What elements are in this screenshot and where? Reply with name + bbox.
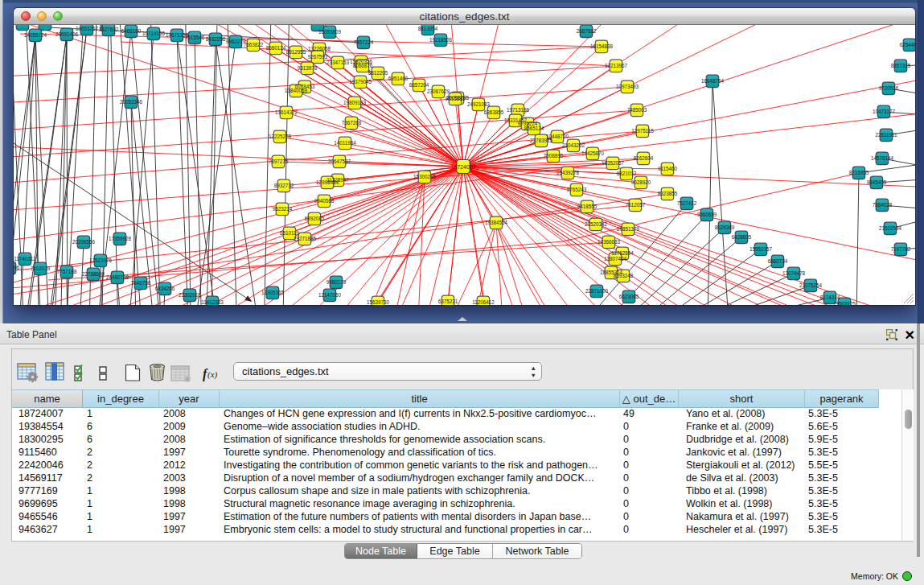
svg-text:19218506: 19218506 — [429, 37, 453, 43]
svg-text:13840059: 13840059 — [285, 88, 308, 93]
svg-text:19713186: 19713186 — [507, 107, 530, 113]
svg-text:10473177: 10473177 — [873, 109, 896, 114]
svg-text:7008895: 7008895 — [544, 153, 564, 159]
svg-text:23087629: 23087629 — [427, 89, 450, 94]
svg-text:14011984: 14011984 — [334, 140, 356, 146]
svg-text:12998484: 12998484 — [316, 179, 339, 185]
svg-text:9815881: 9815881 — [446, 96, 466, 101]
svg-text:8432256: 8432256 — [206, 36, 226, 42]
svg-text:23302016: 23302016 — [179, 292, 202, 298]
svg-text:21043202: 21043202 — [562, 142, 585, 148]
svg-text:18352057: 18352057 — [602, 160, 625, 166]
svg-text:14576144: 14576144 — [871, 155, 894, 161]
svg-text:22788699: 22788699 — [82, 271, 105, 277]
svg-text:6860734: 6860734 — [768, 258, 788, 264]
svg-text:9523214: 9523214 — [273, 206, 293, 212]
svg-text:15300295: 15300295 — [413, 174, 437, 179]
svg-text:16648764: 16648764 — [701, 78, 725, 84]
svg-text:8162604: 8162604 — [634, 155, 654, 161]
svg-text:8393248: 8393248 — [614, 273, 634, 278]
svg-text:12305365: 12305365 — [261, 290, 285, 295]
svg-text:9267593: 9267593 — [308, 54, 328, 60]
svg-text:21522594: 21522594 — [879, 225, 902, 231]
svg-text:8813054: 8813054 — [418, 26, 438, 31]
svg-text:15639730: 15639730 — [367, 299, 390, 305]
svg-text:6375231: 6375231 — [438, 299, 458, 304]
svg-text:24921083: 24921083 — [467, 101, 491, 107]
svg-text:(x): (x) — [207, 369, 218, 380]
svg-text:20851379: 20851379 — [617, 226, 640, 232]
svg-text:7527412: 7527412 — [677, 200, 697, 206]
svg-text:7612057: 7612057 — [626, 202, 646, 208]
svg-text:8066876: 8066876 — [353, 63, 373, 68]
svg-text:7645756: 7645756 — [131, 280, 151, 286]
svg-text:7857224: 7857224 — [354, 39, 374, 45]
svg-text:19384554: 19384554 — [485, 220, 508, 225]
svg-text:7884028: 7884028 — [873, 202, 893, 208]
svg-text:13503125: 13503125 — [833, 301, 856, 305]
svg-text:7663822: 7663822 — [244, 42, 264, 47]
svg-text:6466160: 6466160 — [121, 28, 142, 34]
svg-text:23347153: 23347153 — [326, 60, 350, 65]
svg-text:18724007: 18724007 — [450, 164, 475, 170]
svg-text:8932732: 8932732 — [274, 183, 294, 188]
svg-text:10973493: 10973493 — [616, 84, 639, 89]
svg-text:13226058: 13226058 — [308, 46, 331, 51]
svg-text:11206412: 11206412 — [472, 299, 495, 305]
svg-text:6951460: 6951460 — [388, 76, 409, 81]
svg-text:9845405: 9845405 — [867, 179, 887, 185]
svg-text:11740312: 11740312 — [14, 256, 36, 262]
svg-text:8912955: 8912955 — [286, 49, 306, 55]
svg-text:9418555: 9418555 — [577, 204, 598, 209]
svg-text:9313978: 9313978 — [298, 65, 318, 71]
svg-text:13614372: 13614372 — [275, 109, 298, 115]
svg-text:9560699: 9560699 — [697, 212, 717, 217]
svg-text:8029349: 8029349 — [715, 225, 735, 230]
svg-text:6434266: 6434266 — [155, 286, 175, 291]
svg-text:24480708: 24480708 — [106, 274, 129, 280]
svg-text:7757188: 7757188 — [57, 269, 77, 274]
svg-text:20053346: 20053346 — [120, 99, 143, 105]
svg-text:6812205: 6812205 — [368, 70, 388, 76]
svg-text:20206556: 20206556 — [72, 239, 96, 245]
svg-text:9765243: 9765243 — [567, 187, 587, 192]
svg-text:14425870: 14425870 — [581, 150, 605, 156]
svg-text:12366633: 12366633 — [598, 239, 621, 245]
svg-text:2687682: 2687682 — [577, 28, 597, 34]
svg-text:20647537: 20647537 — [328, 159, 351, 164]
svg-text:10719155: 10719155 — [142, 31, 166, 36]
svg-text:6821012: 6821012 — [617, 171, 637, 176]
svg-text:7102039: 7102039 — [31, 266, 51, 271]
svg-text:20520342: 20520342 — [585, 221, 608, 227]
svg-text:15552357: 15552357 — [749, 246, 773, 252]
svg-text:11412383: 11412383 — [201, 299, 224, 305]
svg-text:6623065: 6623065 — [619, 294, 639, 299]
svg-text:8660124: 8660124 — [266, 45, 286, 51]
svg-text:8857315: 8857315 — [891, 63, 911, 68]
svg-text:6254466: 6254466 — [900, 42, 915, 47]
svg-text:7515546: 7515546 — [185, 35, 205, 40]
svg-text:6857204: 6857204 — [409, 82, 429, 88]
svg-text:14055724: 14055724 — [24, 32, 47, 38]
svg-text:6892085: 6892085 — [305, 216, 325, 221]
svg-text:9720516: 9720516 — [879, 85, 899, 91]
svg-text:12213967: 12213967 — [605, 63, 628, 68]
svg-text:19809133: 19809133 — [343, 100, 367, 105]
svg-text:7897275: 7897275 — [269, 159, 289, 164]
svg-text:7485003: 7485003 — [627, 107, 647, 113]
svg-text:8565124: 8565124 — [524, 126, 544, 131]
svg-text:9980179: 9980179 — [326, 279, 347, 285]
svg-text:6050596: 6050596 — [14, 265, 20, 270]
svg-text:6428605: 6428605 — [732, 234, 752, 240]
svg-text:20691406: 20691406 — [55, 31, 79, 37]
svg-text:13807404: 13807404 — [604, 256, 627, 262]
svg-text:12147050: 12147050 — [318, 292, 342, 298]
svg-text:22811911: 22811911 — [875, 132, 897, 138]
svg-text:12225278: 12225278 — [269, 134, 292, 139]
svg-text:12975115: 12975115 — [631, 128, 654, 134]
svg-text:8215955: 8215955 — [849, 170, 869, 175]
svg-text:15439278: 15439278 — [556, 170, 580, 175]
svg-text:10448720: 10448720 — [546, 134, 569, 139]
svg-text:22871000: 22871000 — [585, 288, 609, 294]
svg-text:8323855: 8323855 — [658, 191, 678, 196]
